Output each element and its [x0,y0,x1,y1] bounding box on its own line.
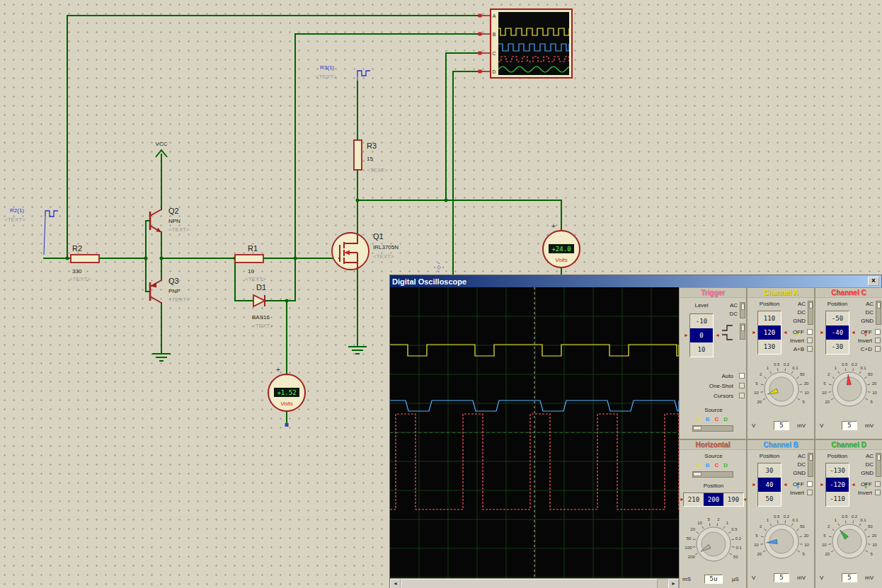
ac-switch[interactable]: AC [852,301,874,307]
dc-switch[interactable]: DC [784,461,806,468]
off-toggle[interactable]: OFF [769,481,804,488]
voltmeter-1v52-plus: + [276,366,280,374]
gnd-switch[interactable]: GND [852,318,874,324]
channel-a-coupling-slider[interactable] [808,301,813,325]
trigger-dc-switch[interactable]: DC [716,311,738,317]
q2-text: <TEXT> [168,226,190,233]
position-arrow-left-icon[interactable]: ► [752,482,757,487]
off-toggle[interactable]: OFF [769,329,804,335]
source-channel-a[interactable]: A [697,416,701,422]
voltage-probe-r2[interactable]: R2(1) <TEXT> [4,207,58,255]
pin-a-label: A [493,13,496,18]
horizontal-scrollbar[interactable]: ◄ ► [390,578,679,588]
source-channel-c[interactable]: C [715,416,719,422]
channel-b-coupling-slider[interactable] [808,453,813,477]
invert-indicator [807,490,813,495]
source-channel-c[interactable]: C [715,462,719,468]
svg-text:20: 20 [757,552,762,556]
invert-toggle[interactable]: Invert [837,490,872,496]
gnd-switch[interactable]: GND [852,470,874,476]
dc-switch[interactable]: DC [852,461,874,468]
rising-edge-icon[interactable] [722,325,733,330]
one-shot-button[interactable]: One-Shot [689,383,733,389]
off-toggle[interactable]: OFF [837,329,872,335]
r3-ref: R3 [367,142,377,150]
trigger-section: Trigger Level -10 0 10 ► ◄ AC DC Auto On… [679,287,747,439]
a-plus-b-toggle[interactable]: A+B [769,346,804,352]
position-arrow-left-icon[interactable]: ► [680,497,685,502]
probe-r3-text: <TEXT> [316,74,337,80]
oscilloscope-component[interactable]: A B C D [479,9,573,78]
close-button[interactable]: × [868,277,879,286]
dc-switch[interactable]: DC [852,309,874,316]
gnd-switch[interactable]: GND [784,470,806,476]
channel-c-header: Channel C [815,288,882,298]
horizontal-position-list[interactable]: 210 200 190 [683,492,744,507]
component-q1-mosfet[interactable]: Q1 IRL3705N <TEXT> [332,232,399,270]
pin-markers [479,14,482,74]
component-q3[interactable]: Q3 PNP <TEXT> [150,277,190,303]
component-r3[interactable]: R3 15 <TEXT> [354,140,388,173]
level-arrow-right-icon[interactable]: ◄ [715,333,720,338]
channel-c-section: Channel C Position -50 -40 -30 ► ◄ ▲▼ AC… [815,287,882,439]
trigger-ac-switch[interactable]: AC [716,302,738,309]
source-channel-b[interactable]: B [706,416,710,422]
invert-indicator [807,338,813,343]
trigger-level-list[interactable]: -10 0 10 [689,313,714,357]
falling-edge-icon[interactable] [722,335,733,340]
trigger-coupling-slider[interactable] [740,302,745,318]
unit-volts: V [820,422,823,429]
position-arrow-left-icon[interactable]: ► [820,482,825,487]
timebase-knob[interactable]: 2001005020105210.50.20.150 [680,511,747,575]
trigger-source-slider[interactable] [692,425,733,432]
dc-switch[interactable]: DC [784,309,806,316]
ac-switch[interactable]: AC [852,453,874,459]
channel-a-gain-knob[interactable]: 20105210.50.20.15020105 [748,356,815,420]
position-value: 210 [684,493,704,506]
component-r2[interactable]: R2 330 <TEXT> [69,244,99,282]
source-channel-b[interactable]: B [706,462,710,468]
ac-switch[interactable]: AC [784,301,806,307]
c-plus-d-toggle[interactable]: C+D [837,346,872,352]
position-arrow-left-icon[interactable]: ► [752,330,757,335]
trigger-source-channels: A B C D [697,416,728,422]
gnd-switch[interactable]: GND [784,318,806,324]
scroll-right-button[interactable]: ► [668,579,679,588]
channel-d-coupling-slider[interactable] [876,453,881,477]
off-indicator [875,329,881,335]
channel-b-gain-knob[interactable]: 20105210.50.20.15020105 [748,508,815,572]
horizontal-position-label: Position [680,483,747,489]
origin-cross-marker [434,263,444,272]
invert-toggle[interactable]: Invert [769,490,804,496]
svg-text:50: 50 [800,372,805,376]
source-channel-d[interactable]: D [723,416,728,422]
source-channel-a[interactable]: A [697,462,701,468]
off-toggle[interactable]: OFF [837,481,872,488]
channel-c-gain-knob[interactable]: 20105210.50.20.15020105 [815,356,882,420]
svg-text:50: 50 [687,536,692,541]
cursors-button[interactable]: Cursors [689,393,733,399]
component-q2[interactable]: Q2 NPN <TEXT> [150,207,190,233]
invert-indicator [875,338,881,343]
horizontal-source-slider[interactable] [692,471,733,478]
window-titlebar[interactable]: Digital Oscilloscope × [390,275,881,287]
level-arrow-left-icon[interactable]: ► [684,333,689,338]
trigger-edge-slider[interactable] [740,323,745,340]
voltage-probe-r3[interactable]: R3(1) <TEXT> [316,64,370,81]
trigger-edge-selector[interactable] [721,323,735,342]
auto-button[interactable]: Auto [689,373,733,379]
channel-d-gain-knob[interactable]: 20105210.50.20.15020105 [815,508,882,572]
unit-volts: V [820,575,823,581]
ac-switch[interactable]: AC [784,453,806,459]
invert-toggle[interactable]: Invert [837,338,872,344]
component-d1[interactable]: D1 BAS16 <TEXT> [252,283,273,329]
source-channel-d[interactable]: D [723,462,728,468]
c-plus-d-indicator [875,346,881,352]
channel-c-coupling-slider[interactable] [876,301,881,325]
position-arrow-left-icon[interactable]: ► [820,330,825,335]
scroll-thumb[interactable] [401,579,658,588]
invert-toggle[interactable]: Invert [769,338,804,344]
mini-scope-screen [498,12,569,75]
component-r1[interactable]: R1 10 <TEXT> [235,244,266,282]
scroll-left-button[interactable]: ◄ [390,579,401,588]
